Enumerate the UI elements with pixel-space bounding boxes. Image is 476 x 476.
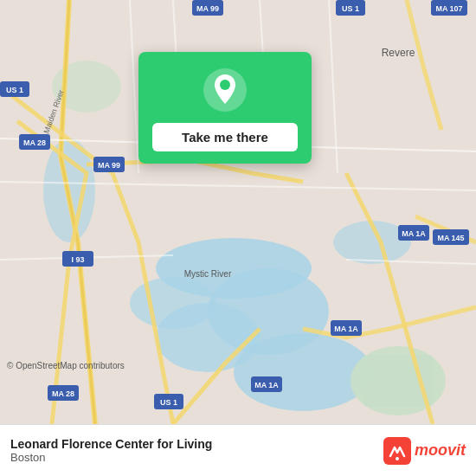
svg-text:US 1: US 1	[342, 4, 359, 13]
svg-point-44	[396, 457, 399, 460]
svg-point-5	[130, 277, 216, 329]
location-pin-icon	[203, 68, 248, 113]
svg-text:MA 28: MA 28	[52, 389, 74, 398]
svg-text:MA 107: MA 107	[435, 4, 462, 13]
svg-text:I 93: I 93	[71, 255, 84, 264]
map-attribution: © OpenStreetMap contributors	[7, 361, 125, 370]
svg-text:MA 99: MA 99	[98, 161, 120, 170]
svg-text:MA 145: MA 145	[437, 234, 464, 242]
take-me-there-button[interactable]: Take me there	[152, 123, 298, 151]
svg-text:MA 1A: MA 1A	[334, 325, 358, 333]
bottom-bar: Leonard Florence Center for Living Bosto…	[0, 424, 476, 476]
svg-text:US 1: US 1	[6, 86, 23, 94]
svg-text:MA 99: MA 99	[196, 4, 219, 13]
svg-point-4	[234, 333, 372, 411]
svg-text:Revere: Revere	[382, 47, 415, 59]
location-info: Leonard Florence Center for Living Bosto…	[10, 437, 212, 464]
moovit-logo: moovit	[383, 437, 466, 465]
moovit-icon	[383, 437, 411, 465]
card-overlay: Take me there	[138, 52, 312, 164]
moovit-text: moovit	[415, 441, 466, 460]
map-container: I 93 MA 28 MA 28 US 1 US 1 MA 99 MA 99 M…	[0, 0, 476, 424]
svg-text:MA 1A: MA 1A	[254, 381, 279, 389]
svg-text:Mystic River: Mystic River	[184, 269, 232, 279]
svg-point-42	[220, 80, 230, 90]
svg-text:MA 1A: MA 1A	[402, 229, 426, 238]
svg-text:MA 28: MA 28	[23, 138, 46, 147]
location-city: Boston	[10, 451, 212, 464]
svg-text:US 1: US 1	[160, 398, 177, 407]
location-name: Leonard Florence Center for Living	[10, 437, 212, 451]
